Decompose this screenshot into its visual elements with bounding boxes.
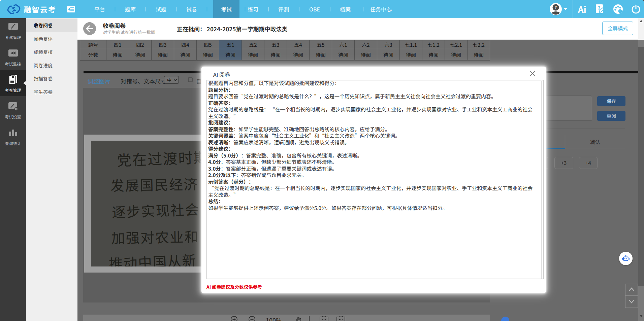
svg-text:?: ?	[555, 4, 557, 10]
